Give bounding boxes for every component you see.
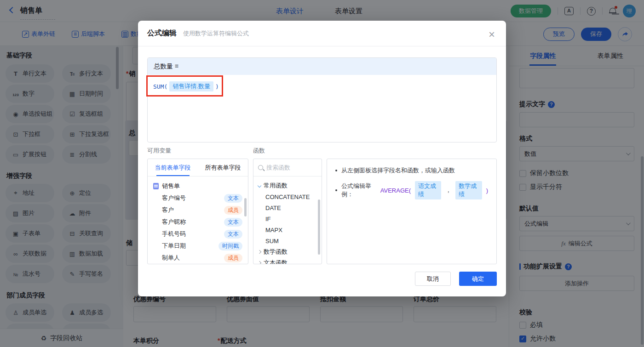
example-chip: 语文成绩 (415, 181, 441, 199)
function-item[interactable]: IF (253, 213, 322, 224)
formula-editor: 总数量 = SUM( 销售详情.数量 ) (147, 57, 497, 142)
close-icon[interactable] (489, 29, 495, 40)
variable-row[interactable]: 下单日期时间戳 (148, 240, 248, 252)
variable-row[interactable]: 手机号码文本 (148, 228, 248, 240)
variables-scrollbar[interactable] (244, 198, 247, 216)
modal-footer: 取消 确定 (415, 272, 497, 286)
formula-close-paren: ) (215, 83, 219, 90)
app-window: 销售单 表单设计 表单设置 数据管理 理 表单外链 后端脚本 数据权 预览 保存 (0, 0, 644, 347)
modal-header: 公式编辑 使用数学运算符编辑公式 (138, 21, 506, 46)
type-badge: 文本 (224, 230, 242, 239)
formula-field-chip[interactable]: 销售详情.数量 (169, 81, 213, 91)
function-item[interactable]: MAPX (253, 224, 322, 235)
example-function: AVERAGE( (380, 187, 411, 194)
variable-row[interactable]: 客户编号文本 (148, 192, 248, 204)
group-common-functions[interactable]: 常用函数 (253, 180, 322, 191)
variables-tree: 销售单 客户编号文本 客户成员 客户昵称文本 手机号码文本 下单日期时间戳 制单… (148, 176, 248, 264)
type-badge: 成员 (224, 254, 242, 262)
function-item[interactable]: SUM (253, 235, 322, 246)
search-icon (258, 165, 263, 170)
variable-row[interactable]: 客户成员 (148, 204, 248, 216)
help-panel: 从左侧面板选择字段名和函数，或输入函数 公式编辑举例： AVERAGE( 语文成… (327, 159, 497, 264)
formula-input-area[interactable]: SUM( 销售详情.数量 ) (148, 75, 496, 98)
functions-panel: 常用函数 CONCATENATE DATE IF MAPX SUM 数学函数 文… (253, 159, 322, 264)
functions-scrollbar[interactable] (318, 199, 320, 255)
chevron-expanded-icon (258, 184, 261, 188)
type-badge: 时间戳 (218, 242, 242, 250)
variables-label: 可用变量 (147, 147, 171, 155)
type-badge: 文本 (224, 218, 242, 227)
formula-edit-modal: 公式编辑 使用数学运算符编辑公式 总数量 = SUM( 销售详情.数量 ) 可用… (138, 21, 506, 296)
bullet-icon (335, 189, 337, 191)
function-search-input[interactable] (266, 164, 312, 171)
bullet-icon (335, 170, 337, 171)
function-item[interactable]: DATE (253, 202, 322, 213)
type-badge: 文本 (224, 194, 242, 203)
variable-row[interactable]: 客户昵称文本 (148, 216, 248, 228)
formula-function: SUM( (153, 83, 167, 90)
function-item[interactable]: CONCATENATE (253, 191, 322, 202)
variable-row[interactable]: 制单人成员 (148, 252, 248, 264)
help-line-1: 从左侧面板选择字段名和函数，或输入函数 (335, 166, 488, 175)
functions-tree: 常用函数 CONCATENATE DATE IF MAPX SUM 数学函数 文… (253, 176, 322, 264)
variables-tab-bar: 当前表单字段 所有表单字段 (148, 159, 248, 176)
tab-all-form-fields[interactable]: 所有表单字段 (198, 159, 248, 176)
modal-title: 公式编辑 (147, 28, 177, 38)
variables-panel: 当前表单字段 所有表单字段 销售单 客户编号文本 客户成员 客户昵称文本 手机号… (147, 159, 248, 264)
tab-current-form-fields[interactable]: 当前表单字段 (148, 159, 198, 176)
group-math-functions[interactable]: 数学函数 (253, 246, 322, 257)
formula-target: 总数量 = (148, 58, 496, 75)
chevron-collapsed-icon (258, 250, 261, 254)
functions-label: 函数 (253, 147, 265, 155)
confirm-button[interactable]: 确定 (459, 272, 497, 286)
function-search-row (253, 159, 322, 176)
chevron-collapsed-icon (258, 261, 261, 264)
form-doc-icon (153, 183, 159, 189)
tree-root-form[interactable]: 销售单 (148, 180, 248, 192)
type-badge: 成员 (224, 206, 242, 215)
modal-subtitle: 使用数学运算符编辑公式 (183, 29, 249, 38)
cancel-button[interactable]: 取消 (415, 272, 451, 286)
group-text-functions[interactable]: 文本函数 (253, 257, 322, 264)
example-chip: 数学成绩 (455, 181, 482, 199)
help-line-2: 公式编辑举例： AVERAGE( 语文成绩 ， 数学成绩 ) (335, 181, 488, 199)
variable-row-partial[interactable] (148, 264, 248, 264)
